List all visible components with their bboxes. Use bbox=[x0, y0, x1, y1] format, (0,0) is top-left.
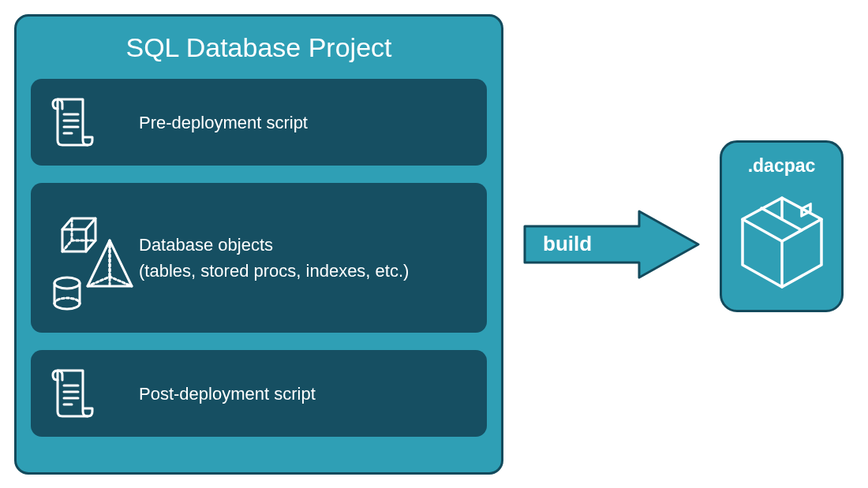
dacpac-label: .dacpac bbox=[748, 155, 816, 177]
section-database-objects: Database objects (tables, stored procs, … bbox=[31, 183, 487, 333]
scroll-icon bbox=[48, 95, 139, 150]
section-post-deployment: Post-deployment script bbox=[31, 350, 487, 437]
svg-point-4 bbox=[54, 278, 80, 289]
output-dacpac: .dacpac bbox=[720, 140, 844, 312]
objects-label-line2: (tables, stored procs, indexes, etc.) bbox=[139, 258, 409, 284]
objects-label-line1: Database objects bbox=[139, 232, 409, 258]
build-arrow: build bbox=[521, 209, 702, 280]
project-container: SQL Database Project Pre-deployment sc bbox=[14, 14, 503, 475]
shapes-icon bbox=[48, 201, 139, 315]
post-deployment-label: Post-deployment script bbox=[139, 381, 316, 407]
database-objects-label: Database objects (tables, stored procs, … bbox=[139, 232, 409, 284]
package-icon bbox=[735, 186, 829, 300]
project-title: SQL Database Project bbox=[31, 32, 487, 63]
diagram-root: SQL Database Project Pre-deployment sc bbox=[0, 0, 868, 488]
arrow-label: build bbox=[543, 232, 592, 256]
scroll-icon bbox=[48, 366, 139, 421]
section-pre-deployment: Pre-deployment script bbox=[31, 79, 487, 166]
pre-deployment-label: Pre-deployment script bbox=[139, 110, 308, 136]
